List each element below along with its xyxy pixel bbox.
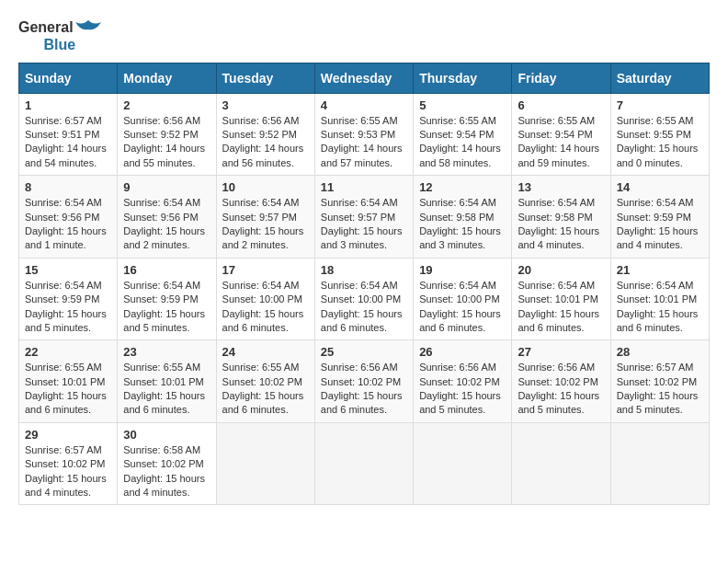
day-info: Sunrise: 6:54 AM Sunset: 9:57 PM Dayligh…	[321, 196, 407, 253]
day-number: 7	[617, 98, 703, 112]
calendar-table: Sunday Monday Tuesday Wednesday Thursday…	[18, 63, 710, 506]
day-info: Sunrise: 6:58 AM Sunset: 10:02 PM Daylig…	[123, 443, 210, 500]
calendar-cell: 18 Sunrise: 6:54 AM Sunset: 10:00 PM Day…	[314, 258, 413, 340]
week-row-3: 15 Sunrise: 6:54 AM Sunset: 9:59 PM Dayl…	[19, 258, 710, 340]
day-number: 14	[617, 180, 703, 194]
week-row-1: 1 Sunrise: 6:57 AM Sunset: 9:51 PM Dayli…	[19, 93, 710, 176]
calendar-body: 1 Sunrise: 6:57 AM Sunset: 9:51 PM Dayli…	[19, 93, 710, 505]
day-info: Sunrise: 6:57 AM Sunset: 10:02 PM Daylig…	[25, 443, 111, 500]
col-monday: Monday	[118, 63, 216, 93]
day-number: 2	[123, 98, 210, 112]
day-info: Sunrise: 6:54 AM Sunset: 9:56 PM Dayligh…	[123, 196, 210, 253]
calendar-cell: 7 Sunrise: 6:55 AM Sunset: 9:55 PM Dayli…	[610, 93, 709, 176]
calendar-cell: 27 Sunrise: 6:56 AM Sunset: 10:02 PM Day…	[512, 340, 610, 423]
col-sunday: Sunday	[19, 63, 118, 93]
calendar-cell: 13 Sunrise: 6:54 AM Sunset: 9:58 PM Dayl…	[512, 176, 610, 259]
day-info: Sunrise: 6:57 AM Sunset: 10:02 PM Daylig…	[617, 361, 703, 418]
calendar-cell: 17 Sunrise: 6:54 AM Sunset: 10:00 PM Day…	[216, 258, 314, 340]
day-number: 1	[25, 98, 111, 112]
day-number: 12	[419, 180, 506, 194]
day-info: Sunrise: 6:54 AM Sunset: 10:00 PM Daylig…	[321, 279, 407, 336]
logo-bird-icon	[75, 18, 101, 37]
day-info: Sunrise: 6:54 AM Sunset: 10:01 PM Daylig…	[518, 279, 604, 336]
day-number: 19	[419, 263, 506, 277]
calendar-cell: 14 Sunrise: 6:54 AM Sunset: 9:59 PM Dayl…	[610, 176, 709, 259]
col-thursday: Thursday	[414, 63, 512, 93]
day-info: Sunrise: 6:56 AM Sunset: 9:52 PM Dayligh…	[222, 114, 309, 171]
calendar-cell	[414, 422, 512, 505]
calendar-cell: 10 Sunrise: 6:54 AM Sunset: 9:57 PM Dayl…	[216, 176, 314, 259]
day-number: 5	[419, 98, 506, 112]
day-info: Sunrise: 6:55 AM Sunset: 9:54 PM Dayligh…	[518, 114, 604, 171]
week-row-2: 8 Sunrise: 6:54 AM Sunset: 9:56 PM Dayli…	[19, 176, 710, 259]
calendar-cell: 22 Sunrise: 6:55 AM Sunset: 10:01 PM Day…	[19, 340, 118, 423]
day-info: Sunrise: 6:55 AM Sunset: 9:53 PM Dayligh…	[321, 114, 407, 171]
calendar-cell: 12 Sunrise: 6:54 AM Sunset: 9:58 PM Dayl…	[414, 176, 512, 259]
day-number: 18	[321, 263, 407, 277]
day-info: Sunrise: 6:55 AM Sunset: 10:01 PM Daylig…	[25, 361, 111, 418]
day-info: Sunrise: 6:57 AM Sunset: 9:51 PM Dayligh…	[25, 114, 111, 171]
day-info: Sunrise: 6:56 AM Sunset: 10:02 PM Daylig…	[419, 361, 506, 418]
day-number: 8	[25, 180, 111, 194]
col-friday: Friday	[512, 63, 610, 93]
day-number: 20	[518, 263, 604, 277]
day-info: Sunrise: 6:56 AM Sunset: 10:02 PM Daylig…	[321, 361, 407, 418]
calendar-cell: 23 Sunrise: 6:55 AM Sunset: 10:01 PM Day…	[118, 340, 216, 423]
day-number: 23	[123, 345, 210, 359]
calendar-cell: 2 Sunrise: 6:56 AM Sunset: 9:52 PM Dayli…	[118, 93, 216, 176]
day-info: Sunrise: 6:54 AM Sunset: 9:59 PM Dayligh…	[617, 196, 703, 253]
week-row-5: 29 Sunrise: 6:57 AM Sunset: 10:02 PM Day…	[19, 422, 710, 505]
col-wednesday: Wednesday	[314, 63, 413, 93]
calendar-cell: 24 Sunrise: 6:55 AM Sunset: 10:02 PM Day…	[216, 340, 314, 423]
day-info: Sunrise: 6:56 AM Sunset: 9:52 PM Dayligh…	[123, 114, 210, 171]
day-number: 22	[25, 345, 111, 359]
day-info: Sunrise: 6:54 AM Sunset: 9:58 PM Dayligh…	[518, 196, 604, 253]
day-info: Sunrise: 6:54 AM Sunset: 9:57 PM Dayligh…	[222, 196, 309, 253]
calendar-cell: 28 Sunrise: 6:57 AM Sunset: 10:02 PM Day…	[610, 340, 709, 423]
calendar-cell: 9 Sunrise: 6:54 AM Sunset: 9:56 PM Dayli…	[118, 176, 216, 259]
calendar-cell: 5 Sunrise: 6:55 AM Sunset: 9:54 PM Dayli…	[414, 93, 512, 176]
day-number: 24	[222, 345, 309, 359]
day-info: Sunrise: 6:55 AM Sunset: 9:55 PM Dayligh…	[617, 114, 703, 171]
day-number: 21	[617, 263, 703, 277]
calendar-cell: 26 Sunrise: 6:56 AM Sunset: 10:02 PM Day…	[414, 340, 512, 423]
calendar-cell: 29 Sunrise: 6:57 AM Sunset: 10:02 PM Day…	[19, 422, 118, 505]
day-number: 25	[321, 345, 407, 359]
calendar-cell: 25 Sunrise: 6:56 AM Sunset: 10:02 PM Day…	[314, 340, 413, 423]
calendar-cell: 15 Sunrise: 6:54 AM Sunset: 9:59 PM Dayl…	[19, 258, 118, 340]
day-info: Sunrise: 6:55 AM Sunset: 10:02 PM Daylig…	[222, 361, 309, 418]
day-number: 30	[123, 428, 210, 442]
day-info: Sunrise: 6:54 AM Sunset: 9:56 PM Dayligh…	[25, 196, 111, 253]
calendar-cell: 19 Sunrise: 6:54 AM Sunset: 10:00 PM Day…	[414, 258, 512, 340]
calendar-cell	[314, 422, 413, 505]
day-number: 4	[321, 98, 407, 112]
day-number: 17	[222, 263, 309, 277]
calendar-cell: 11 Sunrise: 6:54 AM Sunset: 9:57 PM Dayl…	[314, 176, 413, 259]
calendar-cell	[610, 422, 709, 505]
day-number: 11	[321, 180, 407, 194]
day-number: 26	[419, 345, 506, 359]
day-info: Sunrise: 6:54 AM Sunset: 10:00 PM Daylig…	[222, 279, 309, 336]
calendar-cell: 4 Sunrise: 6:55 AM Sunset: 9:53 PM Dayli…	[314, 93, 413, 176]
day-info: Sunrise: 6:54 AM Sunset: 9:59 PM Dayligh…	[25, 279, 111, 336]
calendar-header: Sunday Monday Tuesday Wednesday Thursday…	[19, 63, 710, 93]
col-tuesday: Tuesday	[216, 63, 314, 93]
day-number: 15	[25, 263, 111, 277]
page-header: General Blue	[18, 18, 710, 53]
day-number: 28	[617, 345, 703, 359]
day-info: Sunrise: 6:54 AM Sunset: 9:59 PM Dayligh…	[123, 279, 210, 336]
calendar-cell: 6 Sunrise: 6:55 AM Sunset: 9:54 PM Dayli…	[512, 93, 610, 176]
day-number: 29	[25, 428, 111, 442]
calendar-cell	[512, 422, 610, 505]
calendar-cell: 3 Sunrise: 6:56 AM Sunset: 9:52 PM Dayli…	[216, 93, 314, 176]
week-row-4: 22 Sunrise: 6:55 AM Sunset: 10:01 PM Day…	[19, 340, 710, 423]
logo: General Blue	[18, 18, 101, 53]
day-number: 27	[518, 345, 604, 359]
day-info: Sunrise: 6:54 AM Sunset: 9:58 PM Dayligh…	[419, 196, 506, 253]
day-info: Sunrise: 6:54 AM Sunset: 10:01 PM Daylig…	[617, 279, 703, 336]
day-number: 9	[123, 180, 210, 194]
logo-blue: Blue	[43, 37, 75, 52]
day-number: 13	[518, 180, 604, 194]
day-info: Sunrise: 6:56 AM Sunset: 10:02 PM Daylig…	[518, 361, 604, 418]
day-info: Sunrise: 6:55 AM Sunset: 9:54 PM Dayligh…	[419, 114, 506, 171]
